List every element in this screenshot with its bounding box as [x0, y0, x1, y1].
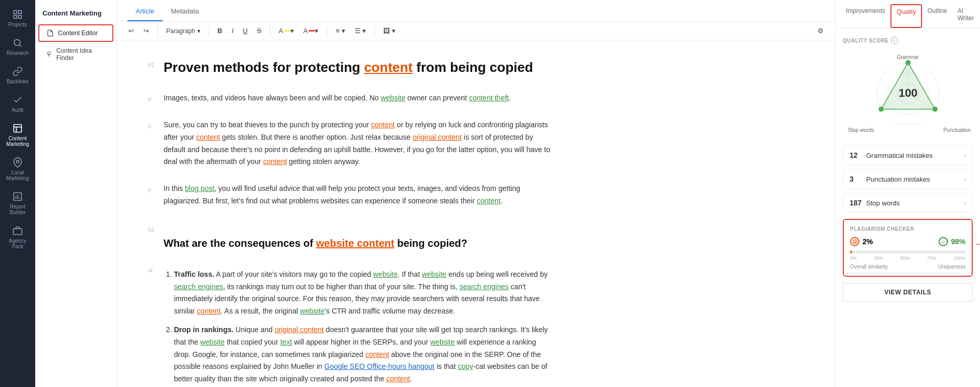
sidebar-item-audit[interactable]: Audit — [0, 90, 35, 118]
link-content-5: content — [477, 197, 501, 205]
font-color-icon: A — [303, 27, 308, 35]
plagiarism-section: PLAGIARISM CHECKER ☹ 2% ☺ 98% — [843, 219, 973, 277]
plag-similarity-score: ☹ 2% — [850, 237, 873, 246]
highlight-bar — [284, 30, 290, 32]
nav-item-content-idea-finder[interactable]: Content Idea Finder — [38, 43, 113, 66]
svg-line-5 — [20, 45, 22, 47]
plag-sub-labels: Overall similarity Uniqueness — [850, 264, 966, 270]
article-list: Traffic loss. A part of your site's visi… — [174, 269, 552, 387]
article-p2: Sure, you can try to beat thieves to the… — [164, 119, 552, 168]
plagiarism-wrapper: PLAGIARISM CHECKER ☹ 2% ☺ 98% — [843, 219, 973, 277]
radar-label-grammar: Grammar — [897, 54, 918, 60]
toolbar: ↩ ↪ Paragraph ▾ B I U S A ▾ A ▾ ≡ ▾ ☰ ▾ … — [117, 22, 835, 40]
settings-button[interactable]: ⚙ — [814, 25, 827, 37]
view-details-button[interactable]: VIEW DETAILS — [843, 283, 973, 302]
svg-marker-22 — [881, 63, 935, 109]
line-label-p1: p — [148, 92, 157, 104]
link-website-2: website — [373, 270, 398, 278]
plagiarism-scores: ☹ 2% ☺ 98% — [850, 237, 966, 246]
right-tabs: Improvements Quality Outline AI Writer — [836, 0, 980, 28]
svg-rect-1 — [19, 11, 22, 14]
highlight-color-button[interactable]: A ▾ — [275, 25, 297, 37]
nav-item-content-idea-finder-label: Content Idea Finder — [56, 47, 106, 62]
font-color-button[interactable]: A ▾ — [300, 25, 322, 37]
bold-button[interactable]: B — [214, 25, 225, 37]
list-button[interactable]: ☰ ▾ — [352, 25, 370, 37]
sidebar-item-agency-pack[interactable]: Agency Pack — [0, 220, 35, 255]
plag-similarity-label: Overall similarity — [850, 264, 888, 270]
align-button[interactable]: ≡ ▾ — [332, 25, 348, 37]
paragraph-dropdown[interactable]: Paragraph ▾ — [163, 25, 203, 37]
right-tab-outline[interactable]: Outline — [922, 0, 952, 28]
plag-label-100: 100% — [954, 256, 966, 261]
quality-score-label: QUALITY SCORE i — [843, 37, 973, 44]
sidebar: Projects Research Backlinks Audit Conten… — [0, 0, 35, 387]
metric-label-stop-words: Stop words — [866, 199, 964, 207]
svg-point-23 — [905, 60, 911, 65]
plag-label-0: 0% — [850, 256, 857, 261]
tab-metadata[interactable]: Metadata — [163, 0, 207, 21]
link-search-engines-1: search engines — [174, 282, 223, 291]
sidebar-item-local-marketing-label: Local Marketing — [3, 170, 32, 181]
tab-article[interactable]: Article — [127, 0, 163, 21]
toolbar-divider-2 — [209, 26, 209, 36]
metric-num-punctuation: 3 — [850, 175, 866, 183]
sidebar-item-projects[interactable]: Projects — [0, 4, 35, 33]
svg-rect-14 — [13, 229, 22, 235]
svg-rect-6 — [14, 125, 22, 132]
link-blog-post: blog post — [185, 184, 214, 192]
underline-button[interactable]: U — [240, 25, 251, 37]
article-p1: Images, texts, and videos have always be… — [164, 92, 511, 105]
undo-button[interactable]: ↩ — [125, 25, 137, 37]
line-label-p2: p — [148, 119, 157, 131]
plag-uniqueness-score: ☺ 98% — [939, 237, 966, 246]
plag-uniqueness-pct: 98% — [951, 237, 966, 246]
link-content-6: content — [197, 307, 221, 315]
lightbulb-icon — [46, 51, 52, 58]
nav-item-content-editor[interactable]: Content Editor — [38, 24, 113, 42]
link-website-1: website — [381, 94, 405, 102]
metric-row-punctuation[interactable]: 3 Punctuation mistakes › — [843, 169, 973, 189]
link-website-3: website — [422, 270, 446, 278]
toolbar-divider-1 — [157, 26, 158, 36]
list-item-2-bold: Drop in rankings. — [174, 325, 233, 334]
strikethrough-button[interactable]: S — [254, 25, 265, 37]
article-h1: Proven methods for protecting content fr… — [164, 56, 533, 79]
editor-wrapper: h1 Proven methods for protecting content… — [117, 40, 835, 387]
right-tab-quality[interactable]: Quality — [890, 4, 922, 28]
right-tab-ai-writer[interactable]: AI Writer — [952, 0, 979, 28]
metric-row-stop-words[interactable]: 187 Stop words › — [843, 193, 973, 213]
radar-chart-container: 100 Grammar Stop words Punctuation — [843, 52, 973, 135]
plag-bar-labels: 0% 25% 50% 75% 100% — [850, 256, 966, 261]
svg-point-15 — [48, 52, 50, 54]
sidebar-item-report-builder[interactable]: Report Builder — [0, 186, 35, 220]
metric-row-grammatical[interactable]: 12 Grammatical mistakes › — [843, 145, 973, 165]
plag-bar-bg — [850, 250, 966, 254]
chevron-right-icon-1: › — [964, 152, 966, 159]
link-website-content: website content — [316, 237, 394, 249]
line-label-p3: p — [148, 183, 157, 195]
svg-rect-0 — [14, 11, 17, 14]
editor-content[interactable]: h1 Proven methods for protecting content… — [117, 40, 583, 387]
italic-button[interactable]: I — [228, 25, 237, 37]
main-area: Article Metadata ↩ ↪ Paragraph ▾ B I U S… — [117, 0, 835, 387]
metric-num-grammatical: 12 — [850, 151, 866, 159]
radar-label-punctuation: Punctuation — [943, 127, 971, 133]
sidebar-item-local-marketing[interactable]: Local Marketing — [0, 152, 35, 186]
chevron-down-icon: ▾ — [197, 27, 200, 35]
plag-label-75: 75% — [927, 256, 937, 261]
right-tab-improvements[interactable]: Improvements — [841, 0, 890, 28]
image-button[interactable]: 🖼 ▾ — [380, 25, 399, 37]
list-item-2: Drop in rankings. Unique and original co… — [174, 324, 552, 385]
sidebar-item-backlinks[interactable]: Backlinks — [0, 61, 35, 90]
link-content-8: content — [386, 375, 410, 383]
redo-button[interactable]: ↪ — [140, 25, 152, 37]
link-copy: copy — [458, 362, 473, 370]
sidebar-item-research[interactable]: Research — [0, 33, 35, 61]
sidebar-item-content-marketing[interactable]: Content Marketing — [0, 118, 35, 152]
nav-panel-title: Content Marketing — [35, 6, 116, 23]
toolbar-divider-5 — [374, 26, 375, 36]
document-icon — [47, 29, 54, 37]
chevron-down-icon-2: ▾ — [290, 27, 294, 35]
link-content-1: content — [364, 59, 413, 75]
